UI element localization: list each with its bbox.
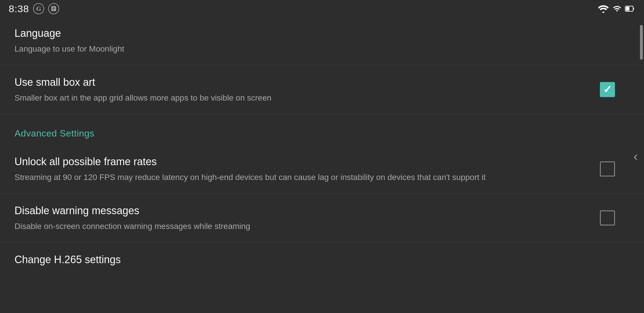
svg-rect-1 xyxy=(633,8,634,10)
small-box-art-setting[interactable]: Use small box art Smaller box art in the… xyxy=(0,65,644,114)
disable-warnings-setting[interactable]: Disable warning messages Disable on-scre… xyxy=(0,194,644,243)
status-bar-right xyxy=(598,4,635,13)
status-bar-left: 8:38 G xyxy=(9,3,59,14)
wifi-icon xyxy=(598,4,609,13)
small-box-art-control[interactable] xyxy=(600,82,615,97)
scrollbar-thumb[interactable] xyxy=(640,25,643,60)
small-box-art-subtitle: Smaller box art in the app grid allows m… xyxy=(15,92,583,103)
disable-warnings-content: Disable warning messages Disable on-scre… xyxy=(15,204,600,232)
unlock-framerates-setting[interactable]: Unlock all possible frame rates Streamin… xyxy=(0,145,644,194)
main-content: Language Language to use for Moonlight U… xyxy=(0,16,644,313)
small-box-art-content: Use small box art Smaller box art in the… xyxy=(15,76,600,103)
language-setting[interactable]: Language Language to use for Moonlight xyxy=(0,16,644,65)
unlock-framerates-subtitle: Streaming at 90 or 120 FPS may reduce la… xyxy=(15,172,583,183)
google-icon: G xyxy=(33,3,44,14)
h265-content: Change H.265 settings xyxy=(15,253,615,270)
back-button[interactable]: ‹ xyxy=(634,150,638,163)
unlock-framerates-checkbox[interactable] xyxy=(600,161,615,176)
scrollbar-track[interactable] xyxy=(639,16,644,313)
clipboard-icon xyxy=(48,3,59,14)
unlock-framerates-title: Unlock all possible frame rates xyxy=(15,155,583,169)
unlock-framerates-content: Unlock all possible frame rates Streamin… xyxy=(15,155,600,183)
status-bar: 8:38 G xyxy=(0,0,644,16)
svg-rect-2 xyxy=(626,7,629,11)
disable-warnings-control[interactable] xyxy=(600,210,615,225)
status-time: 8:38 xyxy=(9,3,29,14)
battery-icon xyxy=(625,5,635,13)
h265-title: Change H.265 settings xyxy=(15,253,598,267)
language-title: Language xyxy=(15,27,598,40)
signal-icon xyxy=(613,4,621,13)
disable-warnings-subtitle: Disable on-screen connection warning mes… xyxy=(15,221,583,232)
language-subtitle: Language to use for Moonlight xyxy=(15,43,598,54)
small-box-art-checkbox[interactable] xyxy=(600,82,615,97)
disable-warnings-title: Disable warning messages xyxy=(15,204,583,218)
disable-warnings-checkbox[interactable] xyxy=(600,210,615,225)
advanced-settings-header: Advanced Settings xyxy=(0,114,644,145)
unlock-framerates-control[interactable] xyxy=(600,161,615,176)
small-box-art-title: Use small box art xyxy=(15,76,583,89)
h265-setting[interactable]: Change H.265 settings xyxy=(0,243,644,280)
advanced-settings-title: Advanced Settings xyxy=(15,128,629,139)
language-setting-content: Language Language to use for Moonlight xyxy=(15,27,615,54)
